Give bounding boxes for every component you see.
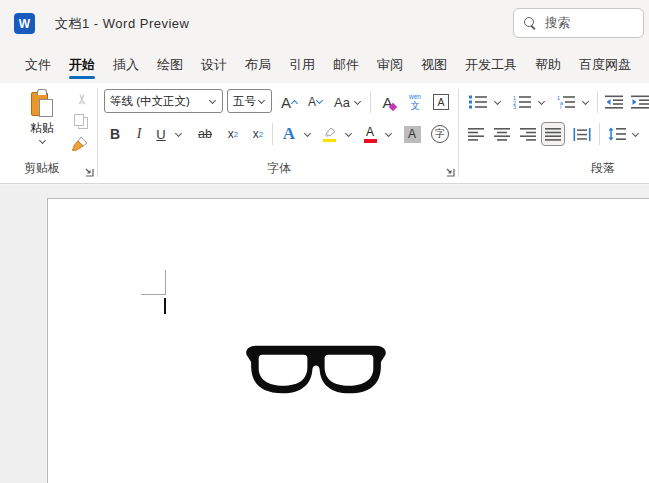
superscript-button[interactable]: x2 <box>247 121 269 147</box>
shrink-font-button[interactable]: A <box>304 89 328 115</box>
character-border-button[interactable]: A <box>430 89 452 115</box>
change-case-button[interactable]: Aa <box>330 89 366 115</box>
font-color-dropdown[interactable] <box>382 121 394 147</box>
multilevel-chevron-icon <box>581 98 590 107</box>
font-dialog-launcher[interactable] <box>445 163 456 174</box>
text-effects-dropdown[interactable] <box>301 121 313 147</box>
multilevel-list-button[interactable]: 1 a i <box>554 89 578 115</box>
document-page[interactable] <box>47 198 649 483</box>
font-color-button[interactable]: A <box>358 121 382 147</box>
shrink-caret-icon <box>316 99 324 105</box>
character-shading-button[interactable]: A <box>400 121 424 147</box>
underline-chevron-icon <box>174 130 183 139</box>
align-right-icon <box>520 128 537 141</box>
ribbon-tab-bar: 文件 开始 插入 绘图 设计 布局 引用 邮件 审阅 视图 开发工具 帮助 百度… <box>0 46 649 83</box>
phonetic-guide-button[interactable]: wén 文 <box>404 89 426 115</box>
align-center-icon <box>494 128 511 141</box>
svg-text:3: 3 <box>513 104 516 109</box>
align-right-button[interactable] <box>517 121 539 147</box>
tab-layout[interactable]: 布局 <box>236 46 280 83</box>
font-name-value: 等线 (中文正文) <box>110 94 190 109</box>
document-title: 文档1 - Word Preview <box>55 15 189 33</box>
cut-button[interactable]: ✂ <box>72 90 92 108</box>
line-spacing-icon <box>608 127 626 141</box>
decrease-indent-button[interactable] <box>602 89 626 115</box>
glasses-image[interactable] <box>244 339 388 401</box>
font-size-select[interactable]: 五号 <box>227 89 272 113</box>
font-color-icon: A <box>364 126 377 143</box>
change-case-chevron-icon <box>353 98 362 107</box>
font-size-chevron-icon <box>257 97 266 106</box>
bullets-button[interactable] <box>466 89 490 115</box>
tab-home[interactable]: 开始 <box>60 46 104 83</box>
strikethrough-button[interactable]: ab <box>192 121 218 147</box>
group-separator <box>97 89 98 177</box>
dialog-launcher-icon <box>445 167 455 177</box>
font-color-chevron-icon <box>384 130 393 139</box>
font-group-label: 字体 <box>100 160 458 177</box>
numbering-dropdown[interactable] <box>535 89 547 115</box>
underline-button[interactable]: U <box>152 121 170 147</box>
align-center-button[interactable] <box>491 121 513 147</box>
tab-developer[interactable]: 开发工具 <box>456 46 526 83</box>
dialog-launcher-icon <box>84 167 94 177</box>
underline-dropdown[interactable] <box>172 121 184 147</box>
highlight-color-button[interactable] <box>316 121 342 147</box>
paste-button[interactable]: 粘贴 <box>14 86 70 156</box>
line-spacing-dropdown[interactable] <box>629 121 641 147</box>
paragraph-group: 1 2 3 1 a i <box>461 83 649 184</box>
paragraph-group-label: 段落 <box>573 160 633 177</box>
bullets-dropdown[interactable] <box>491 89 503 115</box>
distribute-text-icon <box>573 128 591 141</box>
svg-text:i: i <box>560 104 561 109</box>
tab-mailings[interactable]: 邮件 <box>324 46 368 83</box>
font-name-select[interactable]: 等线 (中文正文) <box>104 89 223 113</box>
numbering-button[interactable]: 1 2 3 <box>510 89 534 115</box>
separator <box>272 123 273 145</box>
bold-button[interactable]: B <box>104 121 126 147</box>
tab-references[interactable]: 引用 <box>280 46 324 83</box>
paste-dropdown-chevron-icon[interactable] <box>38 137 47 146</box>
word-logo-icon[interactable]: W <box>14 13 35 34</box>
multilevel-dropdown[interactable] <box>579 89 591 115</box>
paste-clipboard-icon <box>30 88 54 118</box>
phonetic-guide-icon: wén 文 <box>409 94 421 110</box>
copy-button[interactable] <box>74 114 90 130</box>
numbered-list-icon: 1 2 3 <box>513 95 531 109</box>
line-spacing-button[interactable] <box>605 121 629 147</box>
decrease-indent-icon <box>605 95 623 109</box>
format-painter-button[interactable] <box>70 135 90 152</box>
bullets-chevron-icon <box>493 98 502 107</box>
clear-formatting-button[interactable]: A <box>376 89 402 115</box>
italic-button[interactable]: I <box>130 121 148 147</box>
justify-icon <box>545 128 562 141</box>
separator <box>597 91 598 113</box>
subscript-button[interactable]: x2 <box>222 121 244 147</box>
text-effects-button[interactable]: A <box>277 121 301 147</box>
text-caret <box>164 298 166 314</box>
justify-button[interactable] <box>541 122 565 146</box>
highlight-dropdown[interactable] <box>342 121 354 147</box>
grow-font-button[interactable]: A <box>278 89 302 115</box>
group-separator <box>458 89 459 177</box>
tab-insert[interactable]: 插入 <box>104 46 148 83</box>
enclose-characters-button[interactable]: 字 <box>428 121 452 147</box>
search-box[interactable]: 搜索 <box>513 8 644 38</box>
align-left-button[interactable] <box>465 121 487 147</box>
tab-help[interactable]: 帮助 <box>526 46 570 83</box>
align-left-icon <box>468 128 485 141</box>
clipboard-dialog-launcher[interactable] <box>84 163 95 174</box>
increase-indent-button[interactable] <box>628 89 649 115</box>
clipboard-group-label: 剪贴板 <box>0 160 84 177</box>
tab-file[interactable]: 文件 <box>16 46 60 83</box>
tab-baidu-netdisk[interactable]: 百度网盘 <box>570 46 640 83</box>
tab-view[interactable]: 视图 <box>412 46 456 83</box>
font-group: 等线 (中文正文) 五号 A A Aa A wén <box>100 83 458 184</box>
distribute-text-button[interactable] <box>570 121 594 147</box>
separator <box>599 123 600 145</box>
multilevel-list-icon: 1 a i <box>557 95 575 109</box>
tab-draw[interactable]: 绘图 <box>148 46 192 83</box>
clipboard-group: 粘贴 ✂ 剪贴板 <box>0 83 97 184</box>
tab-review[interactable]: 审阅 <box>368 46 412 83</box>
tab-design[interactable]: 设计 <box>192 46 236 83</box>
